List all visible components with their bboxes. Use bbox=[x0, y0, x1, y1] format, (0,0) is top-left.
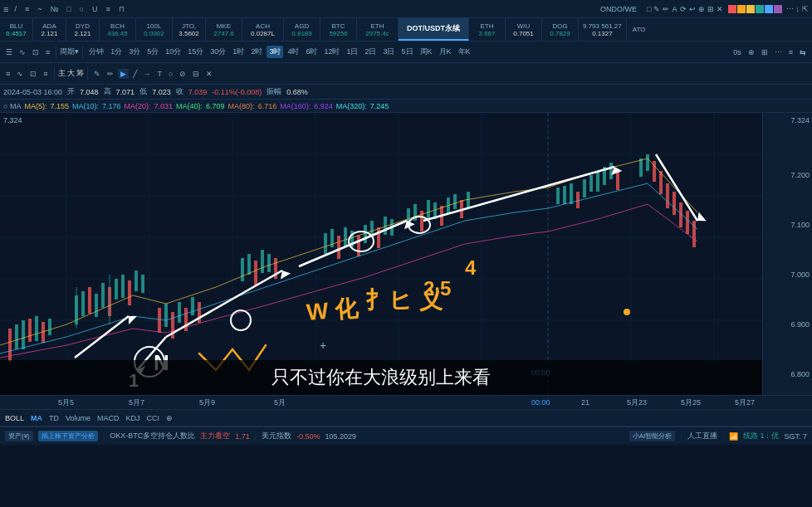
toolbar-btn-10[interactable]: 10分 bbox=[163, 46, 183, 58]
ticker-agd[interactable]: AGD 0.8189 bbox=[284, 18, 320, 41]
ticker-dog[interactable]: DOG 0.7829 bbox=[542, 18, 579, 41]
toolbar-btn-2h[interactable]: 2时 bbox=[248, 46, 265, 58]
toolbar-btn-yuek[interactable]: 月K bbox=[437, 46, 454, 58]
draw-tool-1[interactable]: ≡ bbox=[3, 69, 12, 79]
toolbar-btn-3d[interactable]: 3日 bbox=[380, 46, 397, 58]
ticker-blu[interactable]: BLU 0.4517 bbox=[0, 18, 33, 41]
ticker-ato[interactable]: ATO bbox=[627, 18, 652, 41]
draw-icon-pencil[interactable]: ✎ bbox=[91, 69, 103, 79]
toolbar-right-icon4[interactable]: ⋯ bbox=[772, 47, 785, 57]
toolbar-btn-6h[interactable]: 6时 bbox=[303, 46, 320, 58]
menu-item-6[interactable]: ○ bbox=[77, 5, 86, 13]
draw-icon-pen[interactable]: ✏ bbox=[105, 69, 116, 79]
color-swatch-orange[interactable] bbox=[737, 5, 746, 13]
expand-btn[interactable]: ⇱ bbox=[802, 5, 809, 13]
menu-item-4[interactable]: № bbox=[47, 5, 61, 13]
draw-icon-circle[interactable]: ○ bbox=[166, 69, 175, 79]
assets-icon[interactable]: 资产(¥) bbox=[5, 431, 33, 441]
draw-tool-4[interactable]: ≡ bbox=[41, 69, 50, 79]
toolbar-btn-niank[interactable]: 年K bbox=[456, 46, 473, 58]
color-swatch-yellow[interactable] bbox=[746, 5, 755, 13]
ind-volume[interactable]: Volume bbox=[66, 414, 90, 422]
ticker-ach[interactable]: ACH 0.0287L bbox=[242, 18, 284, 41]
ticker-100x[interactable]: 100L 0.0002 bbox=[136, 18, 173, 41]
ticker-jto[interactable]: JTO, 3.5602 bbox=[173, 18, 206, 41]
ai-label[interactable]: 小AI智能分析 bbox=[629, 431, 676, 441]
draw-tool-2[interactable]: ∿ bbox=[14, 69, 26, 79]
draw-icon-filter[interactable]: ⊟ bbox=[190, 69, 202, 79]
toolbar-btn-1d[interactable]: 1日 bbox=[344, 46, 360, 58]
ind-plus[interactable]: ⊕ bbox=[166, 414, 173, 422]
toolbar-icon-1[interactable]: ☰ bbox=[3, 47, 15, 57]
ticker-btc[interactable]: BTC 59256 bbox=[320, 18, 357, 41]
toolbar-btn-12h[interactable]: 12时 bbox=[321, 46, 342, 58]
tool-7[interactable]: ⊕ bbox=[698, 5, 705, 13]
ticker-dyd[interactable]: DYD 2.121 bbox=[66, 18, 100, 41]
toolbar-btn-fen[interactable]: 分钟 bbox=[86, 46, 106, 58]
toolbar-right-icon2[interactable]: ⊕ bbox=[746, 47, 757, 57]
draw-icon-line[interactable]: ╱ bbox=[130, 69, 139, 79]
ind-macd[interactable]: MACD bbox=[97, 414, 120, 422]
color-swatch-red[interactable] bbox=[728, 5, 736, 13]
tool-8[interactable]: ⊞ bbox=[707, 5, 714, 13]
toolbar-icon-2[interactable]: ∿ bbox=[17, 47, 28, 57]
analysis-btn[interactable]: 插上棒下资产分析 bbox=[38, 431, 98, 441]
ticker-mke[interactable]: MKE 2747.6 bbox=[206, 18, 242, 41]
ind-boll[interactable]: BOLL bbox=[5, 414, 24, 422]
tool-9[interactable]: ✕ bbox=[717, 5, 723, 13]
ind-kdj[interactable]: KDJ bbox=[126, 414, 140, 422]
color-swatch-blue[interactable] bbox=[765, 5, 773, 13]
draw-icon-cursor[interactable]: ▶ bbox=[118, 69, 129, 79]
menu-item-3[interactable]: ~ bbox=[35, 5, 44, 13]
ind-ma[interactable]: MA bbox=[31, 414, 42, 422]
draw-icon-delete[interactable]: ✕ bbox=[203, 69, 215, 79]
more-btn[interactable]: ⋯ bbox=[786, 5, 794, 13]
tool-4[interactable]: A bbox=[672, 5, 677, 13]
toolbar-btn-weik[interactable]: 周K bbox=[418, 46, 435, 58]
toolbar-icon-3[interactable]: ⊡ bbox=[30, 47, 42, 57]
draw-tool-3[interactable]: ⊡ bbox=[27, 69, 39, 79]
toolbar-btn-1[interactable]: 1分 bbox=[108, 46, 125, 58]
toolbar-btn-2d[interactable]: 2日 bbox=[362, 46, 379, 58]
menu-item-2[interactable]: ≡ bbox=[22, 5, 32, 13]
toolbar-btn-5[interactable]: 5分 bbox=[144, 46, 161, 58]
ticker-dot-active[interactable]: DOT/USDT永续 bbox=[399, 18, 469, 41]
draw-icon-arrow[interactable]: → bbox=[141, 69, 154, 79]
tool-2[interactable]: ✎ bbox=[653, 5, 660, 13]
ticker-extra[interactable]: 9.793 561.27 0.1327 bbox=[579, 18, 627, 41]
color-swatch-green[interactable] bbox=[756, 5, 764, 13]
toolbar-btn-1h[interactable]: 1时 bbox=[230, 46, 247, 58]
toolbar-btn-15[interactable]: 15分 bbox=[185, 46, 206, 58]
down-btn[interactable]: ↓ bbox=[796, 5, 800, 13]
draw-icon-eraser[interactable]: ⊘ bbox=[177, 69, 188, 79]
ind-td[interactable]: TD bbox=[49, 414, 59, 422]
toolbar-btn-5d[interactable]: 5日 bbox=[399, 46, 416, 58]
toolbar-btn-3[interactable]: 3分 bbox=[126, 46, 143, 58]
tool-5[interactable]: ⟳ bbox=[680, 5, 687, 13]
menu-item-7[interactable]: U bbox=[90, 5, 100, 13]
toolbar-right-icon3[interactable]: ⊞ bbox=[759, 47, 770, 57]
color-swatch-purple[interactable] bbox=[774, 5, 782, 13]
toolbar-btn-3h[interactable]: 3时 bbox=[267, 46, 283, 58]
menu-item-1[interactable]: / bbox=[12, 5, 19, 13]
tool-6[interactable]: ↩ bbox=[689, 5, 696, 13]
tool-3[interactable]: ✏ bbox=[663, 5, 669, 13]
ticker-ada[interactable]: ADA 2.121 bbox=[33, 18, 66, 41]
ticker-wu[interactable]: W/U 0.7051 bbox=[506, 18, 542, 41]
menu-item-9[interactable]: ⊓ bbox=[116, 5, 127, 13]
toolbar-btn-4h[interactable]: 4时 bbox=[285, 46, 301, 58]
menu-item-5[interactable]: □ bbox=[64, 5, 73, 13]
toolbar-icon-4[interactable]: ≡ bbox=[43, 47, 52, 57]
toolbar-btn-30[interactable]: 30分 bbox=[208, 46, 228, 58]
ticker-bch[interactable]: BCH 436.45 bbox=[100, 18, 136, 41]
toolbar-right-icon1[interactable]: 0s bbox=[731, 47, 744, 57]
menu-item-8[interactable]: ≡ bbox=[104, 5, 113, 13]
ticker-eth2[interactable]: ETH 3.687 bbox=[469, 18, 506, 41]
tool-1[interactable]: □ bbox=[647, 5, 651, 13]
draw-icon-text[interactable]: T bbox=[155, 69, 165, 79]
ind-cci[interactable]: CCI bbox=[147, 414, 160, 422]
toolbar-right-icon6[interactable]: ⇆ bbox=[797, 47, 809, 57]
toolbar-right-icon5[interactable]: ≡ bbox=[786, 47, 795, 57]
ticker-eth[interactable]: ETH 2975.4c bbox=[357, 18, 399, 41]
manual-label[interactable]: 人工直播 bbox=[687, 431, 717, 441]
